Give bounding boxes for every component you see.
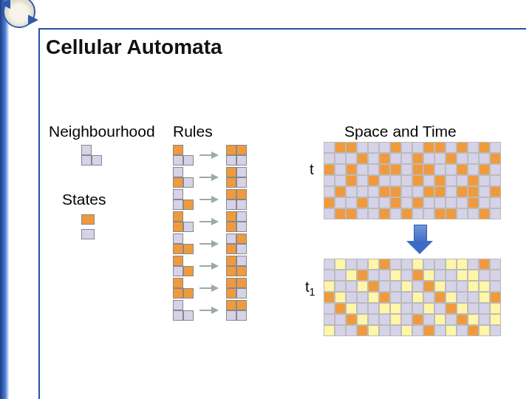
rule-input bbox=[173, 300, 194, 321]
rule-output bbox=[226, 145, 247, 166]
rule-output bbox=[226, 167, 247, 188]
rule-output bbox=[226, 278, 247, 299]
rule-arrow-icon bbox=[200, 239, 220, 249]
rule-arrow-icon bbox=[200, 261, 220, 271]
rule-input bbox=[173, 211, 194, 232]
rule-arrow-icon bbox=[200, 283, 220, 293]
rule-arrow-icon bbox=[200, 172, 220, 183]
time-step-arrow-icon bbox=[406, 225, 433, 256]
slide-sidebar bbox=[0, 0, 9, 399]
rule-output bbox=[226, 189, 247, 210]
header-vrule bbox=[38, 28, 40, 399]
rule-arrow-icon bbox=[200, 216, 220, 227]
rule-input bbox=[173, 256, 194, 276]
state-swatch-active bbox=[81, 214, 95, 225]
heading-neighbourhood: Neighbourhood bbox=[49, 123, 155, 140]
rule-input bbox=[173, 189, 194, 210]
time-label-t: t bbox=[310, 161, 314, 178]
rule-output bbox=[226, 233, 247, 254]
rule-input bbox=[173, 278, 194, 299]
heading-space-time: Space and Time bbox=[344, 123, 457, 140]
institution-logo-icon bbox=[3, 0, 35, 28]
heading-rules: Rules bbox=[173, 123, 213, 140]
rule-output bbox=[226, 256, 247, 276]
header-rule bbox=[38, 28, 526, 30]
rule-input bbox=[173, 167, 194, 188]
rule-input bbox=[173, 233, 194, 254]
state-swatch-passive bbox=[81, 229, 95, 239]
rule-output bbox=[226, 211, 247, 232]
rule-output bbox=[226, 300, 247, 321]
rule-arrow-icon bbox=[200, 194, 220, 205]
time-label-t1: t1 bbox=[305, 279, 315, 298]
rule-arrow-icon bbox=[200, 150, 220, 160]
rule-arrow-icon bbox=[200, 305, 220, 316]
grid-time-t bbox=[324, 142, 501, 219]
rule-input bbox=[173, 145, 194, 166]
slide-title: Cellular Automata bbox=[46, 35, 222, 59]
heading-states: States bbox=[62, 191, 106, 208]
grid-time-t1 bbox=[324, 259, 501, 336]
neighbourhood-shape bbox=[81, 145, 102, 166]
